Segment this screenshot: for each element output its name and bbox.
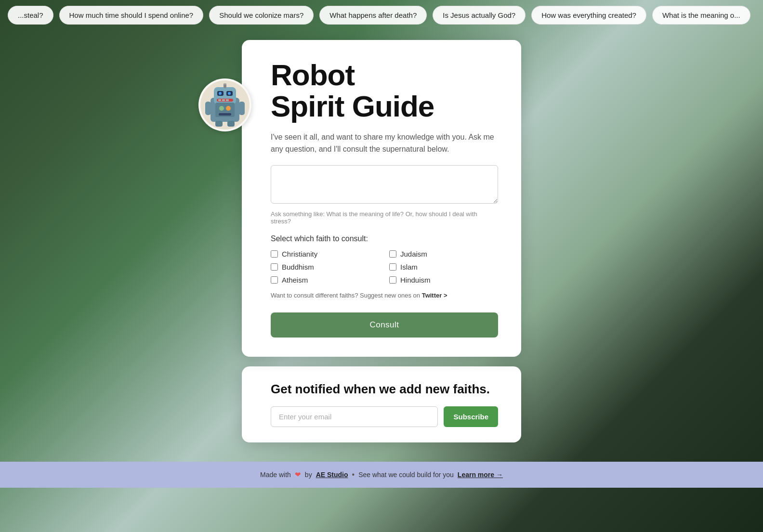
- svg-point-13: [219, 106, 224, 111]
- svg-rect-10: [222, 99, 225, 101]
- footer-see-text: See what we could build for you: [358, 471, 454, 479]
- svg-point-7: [228, 92, 231, 95]
- svg-rect-11: [226, 99, 229, 101]
- robot-avatar-wrapper: [198, 78, 251, 131]
- tag-time-online[interactable]: How much time should I spend online?: [59, 6, 204, 25]
- main-card: Robot Spirit Guide I've seen it all, and…: [242, 40, 521, 357]
- subscribe-button[interactable]: Subscribe: [444, 406, 498, 427]
- checkbox-hinduism[interactable]: [389, 276, 396, 284]
- notify-form: Subscribe: [271, 406, 498, 427]
- faiths-grid: Christianity Judaism Buddhism Islam Athe…: [271, 250, 498, 284]
- checkbox-atheism[interactable]: [271, 276, 278, 284]
- svg-rect-19: [227, 121, 235, 127]
- faith-judaism[interactable]: Judaism: [389, 250, 498, 258]
- footer: Made with ❤ by AE Studio • See what we c…: [0, 462, 763, 488]
- checkbox-christianity[interactable]: [271, 250, 278, 258]
- faith-hinduism[interactable]: Hinduism: [389, 276, 498, 284]
- footer-made-with: Made with: [260, 471, 291, 479]
- svg-rect-16: [205, 102, 211, 115]
- svg-rect-9: [218, 99, 221, 101]
- svg-rect-17: [239, 102, 245, 115]
- faith-islam[interactable]: Islam: [389, 263, 498, 271]
- tag-jesus-god[interactable]: Is Jesus actually God?: [433, 6, 526, 25]
- consult-button[interactable]: Consult: [271, 312, 498, 337]
- faith-atheism[interactable]: Atheism: [271, 276, 380, 284]
- tag-everything-created[interactable]: How was everything created?: [531, 6, 646, 25]
- robot-illustration: [203, 83, 247, 127]
- cards-container: Robot Spirit Guide I've seen it all, and…: [242, 40, 521, 442]
- suggest-text: Want to consult different faiths? Sugges…: [271, 292, 498, 299]
- faith-select-label: Select which faith to consult:: [271, 234, 498, 243]
- heart-icon: ❤: [295, 470, 301, 479]
- card-description: I've seen it all, and want to share my k…: [271, 131, 498, 156]
- studio-link[interactable]: AE Studio: [316, 471, 348, 479]
- checkbox-judaism[interactable]: [389, 250, 396, 258]
- svg-point-6: [219, 92, 222, 95]
- email-input[interactable]: [271, 406, 438, 427]
- hint-text: Ask something like: What is the meaning …: [271, 210, 498, 225]
- footer-dot: •: [352, 470, 355, 479]
- tag-colonize-mars[interactable]: Should we colonize mars?: [209, 6, 314, 25]
- tags-bar: ...steal? How much time should I spend o…: [0, 0, 763, 30]
- card-title: Robot Spirit Guide: [271, 59, 498, 122]
- twitter-link[interactable]: Twitter >: [422, 292, 447, 299]
- robot-avatar: [198, 78, 251, 131]
- learn-more-link[interactable]: Learn more →: [458, 471, 503, 479]
- tag-after-death[interactable]: What happens after death?: [319, 6, 427, 25]
- svg-point-14: [226, 106, 231, 111]
- question-textarea[interactable]: [271, 165, 498, 204]
- tag-meaning[interactable]: What is the meaning o...: [652, 6, 750, 25]
- footer-by: by: [305, 471, 312, 479]
- notify-card: Get notified when we add new faiths. Sub…: [242, 366, 521, 442]
- checkbox-buddhism[interactable]: [271, 263, 278, 271]
- svg-rect-1: [214, 87, 236, 104]
- notify-title: Get notified when we add new faiths.: [271, 382, 498, 397]
- faith-christianity[interactable]: Christianity: [271, 250, 380, 258]
- main-area: Robot Spirit Guide I've seen it all, and…: [0, 30, 763, 462]
- svg-rect-15: [219, 113, 231, 116]
- tag-steal[interactable]: ...steal?: [8, 6, 53, 25]
- faith-buddhism[interactable]: Buddhism: [271, 263, 380, 271]
- svg-rect-18: [215, 121, 223, 127]
- checkbox-islam[interactable]: [389, 263, 396, 271]
